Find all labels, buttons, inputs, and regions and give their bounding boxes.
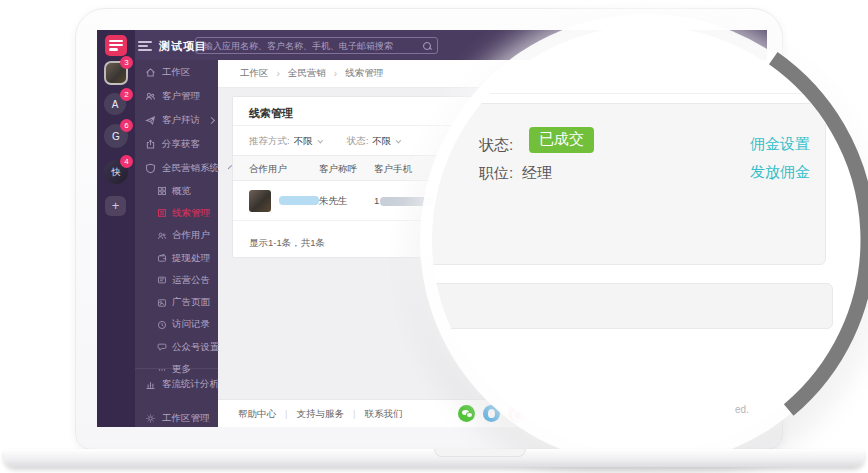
sidebar-item-traffic-analytics[interactable]: 客流统计分析 [135,369,218,399]
breadcrumb-separator: › [334,68,337,79]
home-icon [145,67,156,78]
shield-icon [145,163,156,174]
chat-icon [157,342,167,352]
footer-links: 帮助中心 | 支持与服务 | 联系我们 [238,408,402,421]
qq-icon[interactable] [483,405,500,422]
sidebar-item-overview[interactable]: 概览 [135,180,218,202]
grid-icon [157,186,167,196]
share-icon [145,139,156,150]
sidebar-item-announcements[interactable]: 运营公告 [135,269,218,291]
commission-settings-link[interactable]: 佣金设置 [750,135,810,154]
footer-separator: | [353,408,355,421]
sidebar-item-leads[interactable]: 线索管理 [135,202,218,224]
partner-avatar [249,190,271,212]
sidebar-bottom-group: 客流统计分析 工作区管理 [135,368,218,427]
phone-masked [380,197,434,206]
breadcrumb-workspace[interactable]: 工作区 [240,67,269,80]
app-logo[interactable] [105,35,127,56]
sidebar-item-partners[interactable]: 合作用户 [135,225,218,247]
wechat-icon[interactable] [458,405,475,422]
sidebar-item-visits[interactable]: 客户拜访 [135,108,218,132]
breadcrumb-leads: 线索管理 [345,67,383,80]
panel-title: 线索管理 [249,106,293,121]
workspace-rail: 3 A 2 G 6 快 4 + [97,30,135,427]
chevron-down-icon [317,138,323,144]
sidebar-submenu: 概览 线索管理 合作用户 提现处理 运营公告 [135,180,218,381]
footer-separator: | [285,408,287,421]
menu-toggle-icon[interactable] [138,41,152,53]
screenshot-stage: 测试项目 3 A 2 G 6 快 4 + [0,0,868,473]
sidebar-group-marketing[interactable]: 全民营销系统 [135,156,218,180]
sidebar-item-customers[interactable]: 客户管理 [135,84,218,108]
notification-badge: 4 [120,155,133,168]
sidebar-item-share[interactable]: 分享获客 [135,132,218,156]
sidebar-item-wechat-official[interactable]: 公众号设置 [135,336,218,358]
clock-icon [157,320,167,330]
footer-contact-link[interactable]: 联系我们 [364,408,402,421]
customer-phone: 1 [374,195,434,206]
chart-icon [145,379,156,390]
sidebar-item-workspace-settings[interactable]: 工作区管理 [135,403,218,427]
col-customer-title: 客户称呼 [319,163,357,176]
footer-help-link[interactable]: 帮助中心 [238,408,276,421]
board-icon [157,275,167,285]
magnified-divider [432,93,860,94]
position-label: 职位: [479,164,513,183]
workspace-avatar-2[interactable]: A 2 [104,93,128,115]
notification-badge: 3 [120,56,133,69]
ad-icon [157,298,167,308]
breadcrumb-separator: › [277,68,280,79]
sidebar-item-ad-pages[interactable]: 广告页面 [135,291,218,313]
users-icon [145,91,156,102]
search-icon[interactable] [423,42,431,50]
notification-badge: 2 [120,88,133,101]
sidebar-menu: 工作区 客户管理 客户拜访 分享获客 全民营销系统 [135,60,218,427]
filter-bar: 推荐方式:不限 状态:不限 [249,135,399,148]
laptop-notch [434,449,526,457]
sidebar-item-withdrawals[interactable]: 提现处理 [135,247,218,269]
chevron-down-icon [396,138,402,144]
workspace-avatar-3[interactable]: G 6 [104,124,128,148]
sidebar-main-list: 工作区 客户管理 客户拜访 分享获客 全民营销系统 [135,60,218,180]
workspace-avatar-4[interactable]: 快 4 [104,160,128,184]
pagination-status: 显示1-1条，共1条 [249,237,325,250]
col-partner: 合作用户 [249,163,287,176]
search-input[interactable] [196,38,437,53]
pay-commission-link[interactable]: 发放佣金 [750,163,810,182]
users-icon [157,231,167,241]
send-icon [145,115,156,126]
gear-icon [145,413,156,424]
position-value: 经理 [522,164,552,183]
customer-title: 朱先生 [319,195,348,208]
status-badge: 已成交 [529,127,594,153]
sidebar-item-visit-log[interactable]: 访问记录 [135,314,218,336]
wallet-icon [157,253,167,263]
list-icon [157,208,167,218]
status-label: 状态: [479,136,513,155]
sidebar-item-workspace[interactable]: 工作区 [135,60,218,84]
footer-support-link[interactable]: 支持与服务 [296,408,344,421]
magnifier-lens: 状态: 已成交 佣金设置 职位: 经理 发放佣金 [432,26,860,454]
watermark-fragment: ed. [735,404,749,415]
col-customer-phone: 客户手机 [374,163,412,176]
add-workspace-button[interactable]: + [105,196,126,216]
filter-referral[interactable]: 推荐方式:不限 [249,135,321,148]
breadcrumb-marketing[interactable]: 全民营销 [288,67,326,80]
chevron-right-icon [208,116,215,123]
partner-name-masked[interactable] [279,196,319,205]
filter-status[interactable]: 状态:不限 [347,135,400,148]
laptop-base [4,449,864,467]
notification-badge: 6 [120,119,133,132]
magnified-detail-panel [432,103,826,265]
magnified-lower-panel [432,283,833,329]
workspace-avatar-1[interactable]: 3 [104,61,128,85]
global-search [195,37,438,54]
